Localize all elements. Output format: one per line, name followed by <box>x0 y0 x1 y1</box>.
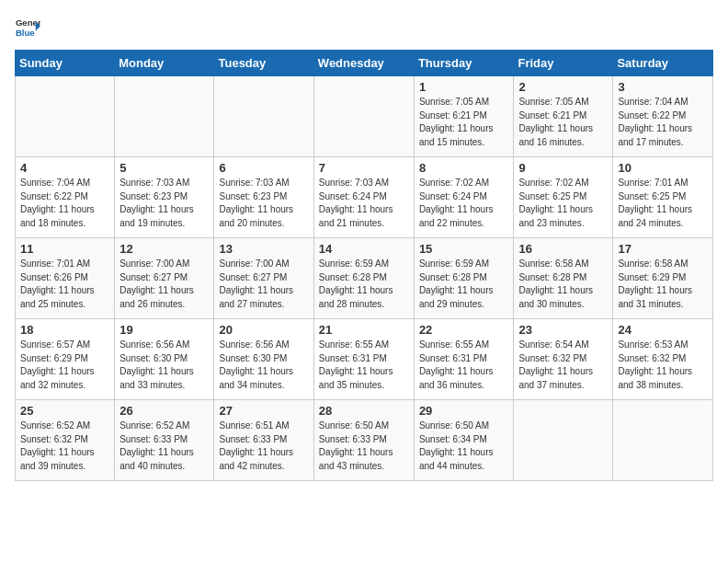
calendar-table: SundayMondayTuesdayWednesdayThursdayFrid… <box>15 50 713 481</box>
calendar-week-0: 1Sunrise: 7:05 AMSunset: 6:21 PMDaylight… <box>16 76 713 157</box>
day-sun-info: Sunrise: 7:05 AMSunset: 6:21 PMDaylight:… <box>518 96 608 149</box>
day-number: 17 <box>618 242 708 256</box>
weekday-header-thursday: Thursday <box>414 51 514 76</box>
day-sun-info: Sunrise: 6:55 AMSunset: 6:31 PMDaylight:… <box>319 339 409 392</box>
calendar-cell: 2Sunrise: 7:05 AMSunset: 6:21 PMDaylight… <box>514 76 613 157</box>
day-sun-info: Sunrise: 6:56 AMSunset: 6:30 PMDaylight:… <box>119 339 209 392</box>
day-number: 18 <box>20 323 109 337</box>
day-number: 10 <box>618 161 708 175</box>
calendar-cell: 10Sunrise: 7:01 AMSunset: 6:25 PMDayligh… <box>613 157 713 238</box>
day-number: 25 <box>20 404 109 418</box>
day-number: 20 <box>219 323 308 337</box>
day-sun-info: Sunrise: 7:03 AMSunset: 6:23 PMDaylight:… <box>219 177 308 230</box>
day-sun-info: Sunrise: 6:56 AMSunset: 6:30 PMDaylight:… <box>219 339 308 392</box>
day-sun-info: Sunrise: 7:04 AMSunset: 6:22 PMDaylight:… <box>20 177 109 230</box>
day-sun-info: Sunrise: 6:54 AMSunset: 6:32 PMDaylight:… <box>518 339 608 392</box>
logo-icon: General Blue <box>15 15 40 40</box>
day-number: 5 <box>119 161 209 175</box>
calendar-cell <box>214 76 313 157</box>
day-number: 23 <box>518 323 608 337</box>
day-sun-info: Sunrise: 6:55 AMSunset: 6:31 PMDaylight:… <box>419 339 509 392</box>
calendar-cell <box>613 400 713 481</box>
day-number: 28 <box>319 404 409 418</box>
day-number: 14 <box>319 242 409 256</box>
day-sun-info: Sunrise: 7:02 AMSunset: 6:24 PMDaylight:… <box>419 177 509 230</box>
weekday-header-row: SundayMondayTuesdayWednesdayThursdayFrid… <box>16 51 713 76</box>
day-sun-info: Sunrise: 7:00 AMSunset: 6:27 PMDaylight:… <box>119 258 209 311</box>
svg-text:Blue: Blue <box>16 28 35 38</box>
day-sun-info: Sunrise: 6:58 AMSunset: 6:29 PMDaylight:… <box>618 258 708 311</box>
day-sun-info: Sunrise: 6:52 AMSunset: 6:32 PMDaylight:… <box>20 419 109 473</box>
day-number: 24 <box>618 323 708 337</box>
calendar-cell: 19Sunrise: 6:56 AMSunset: 6:30 PMDayligh… <box>115 319 214 400</box>
day-sun-info: Sunrise: 7:01 AMSunset: 6:25 PMDaylight:… <box>618 177 708 230</box>
calendar-week-4: 25Sunrise: 6:52 AMSunset: 6:32 PMDayligh… <box>16 400 713 481</box>
day-sun-info: Sunrise: 6:50 AMSunset: 6:34 PMDaylight:… <box>419 419 509 473</box>
day-number: 9 <box>518 161 608 175</box>
day-number: 6 <box>219 161 308 175</box>
calendar-cell: 18Sunrise: 6:57 AMSunset: 6:29 PMDayligh… <box>16 319 115 400</box>
calendar-cell: 11Sunrise: 7:01 AMSunset: 6:26 PMDayligh… <box>16 238 115 319</box>
day-number: 21 <box>319 323 409 337</box>
day-sun-info: Sunrise: 6:50 AMSunset: 6:33 PMDaylight:… <box>319 419 409 473</box>
calendar-week-3: 18Sunrise: 6:57 AMSunset: 6:29 PMDayligh… <box>16 319 713 400</box>
day-sun-info: Sunrise: 7:02 AMSunset: 6:25 PMDaylight:… <box>518 177 608 230</box>
day-number: 22 <box>419 323 509 337</box>
page-header: General Blue <box>15 15 713 40</box>
calendar-cell: 13Sunrise: 7:00 AMSunset: 6:27 PMDayligh… <box>214 238 313 319</box>
logo: General Blue <box>15 15 40 40</box>
day-number: 8 <box>419 161 509 175</box>
calendar-week-2: 11Sunrise: 7:01 AMSunset: 6:26 PMDayligh… <box>16 238 713 319</box>
day-sun-info: Sunrise: 7:05 AMSunset: 6:21 PMDaylight:… <box>419 96 509 149</box>
calendar-cell <box>514 400 613 481</box>
calendar-cell: 5Sunrise: 7:03 AMSunset: 6:23 PMDaylight… <box>115 157 214 238</box>
day-sun-info: Sunrise: 6:57 AMSunset: 6:29 PMDaylight:… <box>20 339 109 392</box>
day-sun-info: Sunrise: 6:53 AMSunset: 6:32 PMDaylight:… <box>618 339 708 392</box>
calendar-cell: 23Sunrise: 6:54 AMSunset: 6:32 PMDayligh… <box>514 319 613 400</box>
calendar-cell: 12Sunrise: 7:00 AMSunset: 6:27 PMDayligh… <box>115 238 214 319</box>
calendar-cell: 15Sunrise: 6:59 AMSunset: 6:28 PMDayligh… <box>414 238 514 319</box>
day-number: 7 <box>319 161 409 175</box>
day-number: 4 <box>20 161 109 175</box>
day-sun-info: Sunrise: 7:04 AMSunset: 6:22 PMDaylight:… <box>618 96 708 149</box>
weekday-header-wednesday: Wednesday <box>313 51 414 76</box>
calendar-cell: 27Sunrise: 6:51 AMSunset: 6:33 PMDayligh… <box>214 400 313 481</box>
calendar-cell: 3Sunrise: 7:04 AMSunset: 6:22 PMDaylight… <box>613 76 713 157</box>
calendar-cell: 20Sunrise: 6:56 AMSunset: 6:30 PMDayligh… <box>214 319 313 400</box>
day-sun-info: Sunrise: 7:03 AMSunset: 6:23 PMDaylight:… <box>119 177 209 230</box>
day-number: 16 <box>518 242 608 256</box>
calendar-cell: 29Sunrise: 6:50 AMSunset: 6:34 PMDayligh… <box>414 400 514 481</box>
calendar-cell: 22Sunrise: 6:55 AMSunset: 6:31 PMDayligh… <box>414 319 514 400</box>
day-number: 29 <box>419 404 509 418</box>
weekday-header-saturday: Saturday <box>613 51 713 76</box>
calendar-cell: 17Sunrise: 6:58 AMSunset: 6:29 PMDayligh… <box>613 238 713 319</box>
calendar-cell: 6Sunrise: 7:03 AMSunset: 6:23 PMDaylight… <box>214 157 313 238</box>
day-number: 3 <box>618 80 708 94</box>
calendar-cell <box>115 76 214 157</box>
calendar-cell: 9Sunrise: 7:02 AMSunset: 6:25 PMDaylight… <box>514 157 613 238</box>
day-number: 1 <box>419 80 509 94</box>
calendar-cell: 1Sunrise: 7:05 AMSunset: 6:21 PMDaylight… <box>414 76 514 157</box>
weekday-header-monday: Monday <box>115 51 214 76</box>
calendar-cell: 8Sunrise: 7:02 AMSunset: 6:24 PMDaylight… <box>414 157 514 238</box>
calendar-cell: 26Sunrise: 6:52 AMSunset: 6:33 PMDayligh… <box>115 400 214 481</box>
calendar-cell: 4Sunrise: 7:04 AMSunset: 6:22 PMDaylight… <box>16 157 115 238</box>
day-sun-info: Sunrise: 7:01 AMSunset: 6:26 PMDaylight:… <box>20 258 109 311</box>
calendar-cell: 21Sunrise: 6:55 AMSunset: 6:31 PMDayligh… <box>313 319 414 400</box>
day-sun-info: Sunrise: 6:59 AMSunset: 6:28 PMDaylight:… <box>319 258 409 311</box>
calendar-cell: 28Sunrise: 6:50 AMSunset: 6:33 PMDayligh… <box>313 400 414 481</box>
weekday-header-tuesday: Tuesday <box>214 51 313 76</box>
day-sun-info: Sunrise: 6:52 AMSunset: 6:33 PMDaylight:… <box>119 419 209 473</box>
calendar-week-1: 4Sunrise: 7:04 AMSunset: 6:22 PMDaylight… <box>16 157 713 238</box>
day-sun-info: Sunrise: 7:00 AMSunset: 6:27 PMDaylight:… <box>219 258 308 311</box>
calendar-cell: 14Sunrise: 6:59 AMSunset: 6:28 PMDayligh… <box>313 238 414 319</box>
day-number: 12 <box>119 242 209 256</box>
day-number: 2 <box>518 80 608 94</box>
weekday-header-sunday: Sunday <box>16 51 115 76</box>
day-number: 26 <box>119 404 209 418</box>
day-number: 11 <box>20 242 109 256</box>
day-number: 27 <box>219 404 308 418</box>
day-sun-info: Sunrise: 7:03 AMSunset: 6:24 PMDaylight:… <box>319 177 409 230</box>
calendar-cell: 16Sunrise: 6:58 AMSunset: 6:28 PMDayligh… <box>514 238 613 319</box>
calendar-cell: 25Sunrise: 6:52 AMSunset: 6:32 PMDayligh… <box>16 400 115 481</box>
